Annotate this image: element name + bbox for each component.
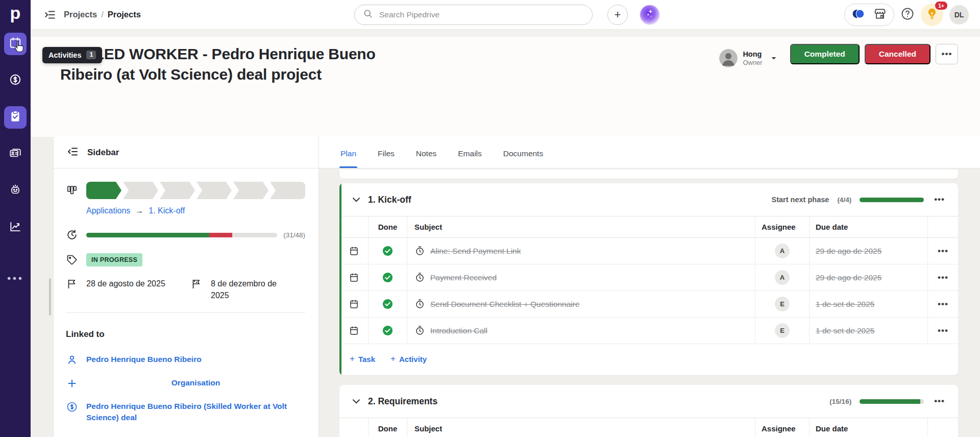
search-input[interactable] — [379, 10, 584, 19]
start-next-phase-button[interactable]: Start next phase — [772, 196, 829, 204]
add-task-button[interactable]: + Task — [350, 354, 375, 364]
pipeline-link[interactable]: Applications — [86, 206, 130, 215]
type-column-header — [339, 418, 368, 437]
help-icon[interactable] — [900, 7, 915, 23]
task-subject[interactable]: Send Document Checklist + Questionnaire — [430, 300, 580, 309]
tab-plan[interactable]: Plan — [339, 149, 357, 168]
phase-segment[interactable] — [123, 182, 158, 199]
plus-icon: + — [350, 354, 355, 364]
cancelled-button[interactable]: Cancelled — [865, 44, 930, 64]
sidebar-item-ai-agents[interactable] — [4, 180, 27, 202]
quick-add-button[interactable]: + — [607, 5, 628, 25]
marketplace-storefront-icon[interactable] — [873, 7, 887, 22]
due-date-column-header: Due date — [809, 216, 927, 237]
current-phase-link[interactable]: 1. Kick-off — [149, 206, 185, 215]
table-header-row: Done Subject Assignee Due date — [339, 216, 958, 238]
owner-dropdown[interactable]: Hong Owner — [719, 49, 777, 67]
breadcrumb-parent[interactable]: Projects — [64, 10, 97, 19]
breadcrumb: Projects / Projects — [64, 10, 141, 19]
top-bar: Projects / Projects + — [31, 0, 980, 30]
menu-column-header — [927, 216, 958, 237]
pipedrive-logo[interactable]: p — [10, 4, 21, 21]
type-column-header — [339, 216, 368, 237]
phase-menu-button[interactable]: ••• — [932, 396, 947, 406]
row-menu-button[interactable]: ••• — [936, 326, 950, 336]
ai-assistant-button[interactable] — [640, 5, 660, 25]
sidebar-item-more[interactable]: ●●● — [4, 266, 27, 289]
assignee-column-header: Assignee — [755, 418, 809, 437]
left-gutter — [31, 137, 53, 437]
table-row[interactable]: Aline: Send Payment Link A 29 de ago de … — [339, 238, 958, 264]
collapse-phase-icon[interactable] — [350, 395, 363, 408]
sidebar-item-insights[interactable] — [4, 216, 27, 239]
start-date-text: 28 de agosto de 2025 — [86, 278, 165, 289]
progress-done — [86, 233, 209, 237]
tab-notes[interactable]: Notes — [415, 149, 438, 168]
table-row[interactable]: Payment Received A 29 de ago de 2025 ••• — [339, 264, 958, 291]
person-icon — [66, 354, 78, 366]
clock-icon — [414, 246, 425, 256]
assignee-column-header: Assignee — [755, 216, 809, 237]
done-column-header: Done — [368, 418, 407, 437]
subject-column-header: Subject — [407, 216, 755, 237]
sidebar-item-projects[interactable] — [4, 106, 27, 129]
user-avatar[interactable]: DL — [949, 5, 969, 25]
linked-deal-row: Pedro Henrique Bueno Ribeiro (Skilled Wo… — [66, 401, 305, 423]
completed-button[interactable]: Completed — [790, 44, 860, 64]
app-navigation: p — [0, 0, 31, 437]
project-more-button[interactable]: ••• — [936, 44, 958, 64]
done-checkbox[interactable] — [368, 318, 407, 344]
phase-segment[interactable] — [197, 182, 232, 199]
tasks-progress-field: (31/48) — [66, 229, 305, 241]
content-area: Sidebar — [31, 137, 980, 437]
start-date[interactable]: 28 de agosto de 2025 — [66, 278, 190, 290]
suggestions-button[interactable]: 1+ — [921, 4, 943, 26]
table-row[interactable]: Introduction Call E 1 de set de 2025 ••• — [339, 318, 958, 344]
phase-segment[interactable] — [270, 182, 305, 199]
tooltip-label: Activities — [48, 51, 81, 59]
scrollbar-thumb[interactable] — [49, 278, 51, 315]
phase-menu-button[interactable]: ••• — [932, 195, 947, 205]
tab-files[interactable]: Files — [377, 149, 396, 168]
kickoff-header: 1. Kick-off Start next phase (4/4) ••• — [339, 183, 958, 216]
add-activity-button[interactable]: + Activity — [390, 354, 427, 364]
clock-icon — [414, 299, 425, 309]
expand-nav-icon[interactable] — [43, 8, 57, 21]
linked-person-link[interactable]: Pedro Henrique Bueno Ribeiro — [86, 354, 202, 365]
phase-segment[interactable] — [233, 182, 268, 199]
progress-overdue — [209, 233, 232, 237]
row-menu-button[interactable]: ••• — [936, 299, 950, 309]
campaigns-logo-icon[interactable] — [852, 7, 865, 22]
done-checkbox[interactable] — [368, 238, 407, 264]
sidebar-item-deals[interactable] — [4, 69, 27, 92]
collapse-phase-icon[interactable] — [350, 193, 363, 206]
kickoff-table: Done Subject Assignee Due date Aline: Se… — [339, 216, 958, 344]
done-checkbox[interactable] — [368, 264, 407, 290]
done-checkbox[interactable] — [368, 291, 407, 317]
task-subject[interactable]: Payment Received — [430, 273, 497, 282]
tab-documents[interactable]: Documents — [502, 149, 544, 168]
sidebar-item-activities[interactable] — [4, 33, 27, 55]
add-organisation-link[interactable]: Organisation — [86, 377, 305, 389]
task-subject[interactable]: Introduction Call — [430, 326, 487, 335]
collapse-sidebar-icon[interactable] — [67, 145, 79, 160]
phase-count: (4/4) — [837, 196, 851, 204]
top-right-cluster: 1+ DL — [844, 4, 969, 26]
phase-title: 1. Kick-off — [368, 195, 772, 205]
row-menu-button[interactable]: ••• — [936, 273, 950, 283]
tasks-progress-bar — [86, 233, 277, 237]
activity-type-cell — [339, 318, 368, 344]
tab-emails[interactable]: Emails — [457, 149, 483, 168]
row-menu-button[interactable]: ••• — [936, 246, 950, 256]
phase-segment[interactable] — [160, 182, 195, 199]
end-date[interactable]: 8 de dezembro de 2025 — [190, 278, 290, 301]
global-search[interactable] — [354, 5, 593, 25]
table-row[interactable]: Send Document Checklist + Questionnaire … — [339, 291, 958, 318]
activity-type-cell — [339, 238, 368, 264]
sidebar-item-contacts[interactable] — [4, 143, 27, 165]
linked-deal-link[interactable]: Pedro Henrique Bueno Ribeiro (Skilled Wo… — [86, 401, 305, 423]
task-subject[interactable]: Aline: Send Payment Link — [430, 247, 521, 256]
phase-segment[interactable] — [86, 182, 121, 199]
status-badge: IN PROGRESS — [86, 253, 142, 266]
sidebar-panel-header: Sidebar — [54, 137, 318, 168]
